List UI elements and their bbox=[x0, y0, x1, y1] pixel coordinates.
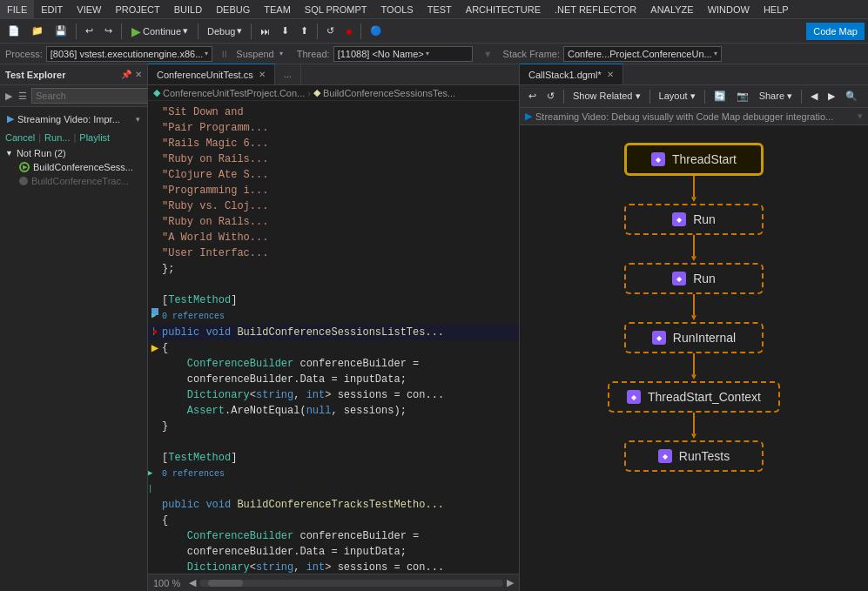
scroll-left-btn[interactable]: ◀ bbox=[189, 577, 196, 588]
code-text-7: "Ruby on Rails... bbox=[162, 214, 519, 230]
step-over-btn[interactable]: ⏭ bbox=[256, 22, 274, 41]
code-line-20: [TestMethod] bbox=[148, 450, 519, 466]
stop-btn[interactable]: ■ bbox=[341, 22, 356, 41]
code-line-11: [TestMethod] bbox=[148, 292, 519, 308]
code-line-18: Assert.AreNotEqual(null, sessions); bbox=[148, 403, 519, 419]
run-tests-icon-btn[interactable]: ▶ bbox=[3, 91, 14, 102]
cm-camera-btn[interactable]: 📷 bbox=[733, 89, 752, 104]
code-map-tab-close[interactable]: ✕ bbox=[607, 70, 614, 79]
cm-refresh-btn[interactable]: 🔄 bbox=[710, 89, 730, 104]
scroll-right-btn[interactable]: ▶ bbox=[507, 577, 514, 588]
node-icon-threadstart-context: ◆ bbox=[627, 390, 641, 404]
menu-build[interactable]: BUILD bbox=[167, 0, 209, 18]
code-text-18: Assert.AreNotEqual(null, sessions); bbox=[162, 403, 519, 419]
menu-project[interactable]: PROJECT bbox=[108, 0, 166, 18]
show-related-btn[interactable]: Show Related ▾ bbox=[569, 89, 644, 104]
group-btn[interactable]: ☰ bbox=[17, 91, 29, 102]
menu-sqlprompt[interactable]: SQL PROMPT bbox=[298, 0, 374, 18]
breakpoints-btn[interactable]: 🔵 bbox=[366, 22, 387, 41]
test-item-1[interactable]: BuildConferenceTrac... bbox=[5, 174, 142, 188]
test-actions-bar: Cancel | Run... | Playlist bbox=[0, 131, 147, 144]
cm-undo-btn[interactable]: ↩ bbox=[525, 89, 540, 104]
node-box-threadstart[interactable]: ◆ ThreadStart bbox=[624, 143, 764, 176]
cm-forward-btn[interactable]: ▶ bbox=[824, 89, 838, 104]
code-text-11: [TestMethod] bbox=[162, 292, 519, 308]
code-map-content[interactable]: ◆ ThreadStart ◆ Run bbox=[520, 125, 868, 591]
menu-view[interactable]: VIEW bbox=[70, 0, 108, 18]
menu-help[interactable]: HELP bbox=[757, 0, 796, 18]
node-box-threadstart-context[interactable]: ◆ ThreadStart_Context bbox=[608, 381, 780, 413]
menu-edit[interactable]: EDIT bbox=[34, 0, 70, 18]
playlist-link[interactable]: Playlist bbox=[79, 132, 110, 143]
menu-analyze[interactable]: ANALYZE bbox=[643, 0, 700, 18]
toolbar-save-btn[interactable]: 💾 bbox=[50, 22, 71, 41]
editor-breadcrumb: ◆ ConferenceUnitTestProject.Con... › ◆ B… bbox=[148, 85, 519, 101]
process-value[interactable]: [8036] vstest.executionengine.x86... ▾ bbox=[46, 46, 213, 62]
separator-5 bbox=[317, 24, 318, 39]
pin-icon[interactable]: 📌 bbox=[121, 70, 131, 79]
debug-dropdown[interactable]: Debug ▾ bbox=[203, 22, 246, 41]
menu-architecture[interactable]: ARCHITECTURE bbox=[459, 0, 548, 18]
code-map-button[interactable]: Code Map bbox=[806, 23, 865, 40]
menu-netreflector[interactable]: .NET REFLECTOR bbox=[548, 0, 643, 18]
node-box-run-1[interactable]: ◆ Run bbox=[624, 204, 764, 235]
scrollbar-thumb bbox=[208, 580, 243, 587]
menu-tools[interactable]: TOOLS bbox=[374, 0, 421, 18]
continue-button[interactable]: ▶ Continue ▾ bbox=[126, 23, 193, 40]
breadcrumb-part1[interactable]: ConferenceUnitTestProject.Con... bbox=[163, 88, 305, 98]
breadcrumb-part2[interactable]: BuildConferenceSessionsTes... bbox=[323, 88, 455, 98]
toolbar-undo-btn[interactable]: ↩ bbox=[81, 22, 98, 41]
cm-back-btn[interactable]: ◀ bbox=[807, 89, 821, 104]
thread-value[interactable]: [11088] <No Name> ▾ bbox=[333, 46, 473, 62]
menu-file[interactable]: FILE bbox=[0, 0, 34, 18]
toolbar-redo-btn[interactable]: ↪ bbox=[100, 22, 117, 41]
editor-tab-0[interactable]: ConferenceUnitTest.cs ✕ bbox=[148, 64, 275, 84]
node-label-runtests: RunTests bbox=[679, 449, 730, 463]
toolbar-open-btn[interactable]: 📁 bbox=[27, 22, 48, 41]
code-line-15: ConferenceBuilder conferenceBuilder = bbox=[148, 356, 519, 372]
restart-btn[interactable]: ↺ bbox=[322, 22, 339, 41]
streaming-video-item[interactable]: ▶ Streaming Video: Impr... ▾ bbox=[5, 111, 142, 127]
code-map-tab-active[interactable]: CallStack1.dgml* ✕ bbox=[520, 64, 623, 84]
menu-team[interactable]: TEAM bbox=[257, 0, 298, 18]
layout-btn[interactable]: Layout ▾ bbox=[656, 89, 699, 104]
test-item-name-0: BuildConferenceSess... bbox=[33, 162, 133, 172]
code-line-24: ConferenceBuilder conferenceBuilder = bbox=[148, 528, 519, 544]
horizontal-scrollbar[interactable] bbox=[199, 580, 503, 587]
code-line-10: }; bbox=[148, 261, 519, 277]
stack-frame-arrow: ▾ bbox=[714, 50, 717, 57]
editor-tab-1[interactable]: ... bbox=[275, 64, 301, 84]
code-line-6: "Ruby vs. Cloj... bbox=[148, 198, 519, 214]
gutter-13: ● bbox=[148, 325, 162, 340]
video-dropdown[interactable]: ▾ bbox=[858, 111, 863, 122]
separator-1 bbox=[76, 24, 77, 39]
share-btn[interactable]: Share ▾ bbox=[756, 89, 796, 104]
menu-test[interactable]: TEST bbox=[421, 0, 459, 18]
node-box-runtests[interactable]: ◆ RunTests bbox=[624, 440, 764, 472]
code-text-8: "A World Witho... bbox=[162, 230, 519, 245]
test-search-input[interactable] bbox=[31, 88, 160, 104]
stack-frame-value[interactable]: Confere...Project.ConferenceUn... ▾ bbox=[563, 46, 722, 62]
node-runtests: ◆ RunTests bbox=[624, 440, 764, 472]
node-box-run-2[interactable]: ◆ Run bbox=[624, 263, 764, 294]
code-line-8: "A World Witho... bbox=[148, 230, 519, 245]
step-in-btn[interactable]: ⬇ bbox=[277, 22, 293, 41]
run-link[interactable]: Run... bbox=[44, 132, 70, 143]
step-out-btn[interactable]: ⬆ bbox=[296, 22, 313, 41]
menu-window[interactable]: WINDOW bbox=[701, 0, 757, 18]
test-explorer-title: Test Explorer bbox=[5, 70, 66, 80]
zoom-level[interactable]: 100 % bbox=[153, 578, 180, 588]
node-box-runinternal[interactable]: ◆ RunInternal bbox=[624, 322, 764, 353]
not-run-header[interactable]: ▼ Not Run (2) bbox=[5, 146, 142, 160]
video-stream-icon: ▶ bbox=[7, 113, 14, 124]
toolbar-new-btn[interactable]: 📄 bbox=[3, 22, 24, 41]
process-dropdown-arrow: ▾ bbox=[205, 50, 208, 57]
cm-redo-btn[interactable]: ↺ bbox=[543, 89, 558, 104]
tab-close-0[interactable]: ✕ bbox=[259, 70, 266, 79]
cancel-link[interactable]: Cancel bbox=[5, 132, 35, 143]
test-item-0[interactable]: ▶ BuildConferenceSess... bbox=[5, 160, 142, 174]
cm-zoom-in-btn[interactable]: 🔍 bbox=[842, 89, 861, 104]
close-panel-icon[interactable]: ✕ bbox=[135, 70, 142, 79]
separator-4 bbox=[251, 24, 252, 39]
menu-debug[interactable]: DEBUG bbox=[209, 0, 257, 18]
